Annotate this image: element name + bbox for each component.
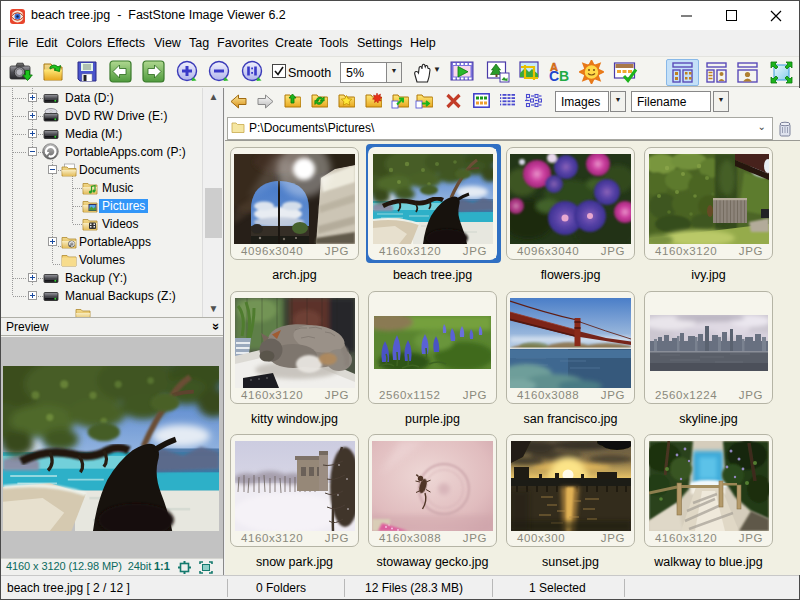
- svg-text:B: B: [559, 68, 569, 84]
- svg-text:C: C: [549, 68, 559, 84]
